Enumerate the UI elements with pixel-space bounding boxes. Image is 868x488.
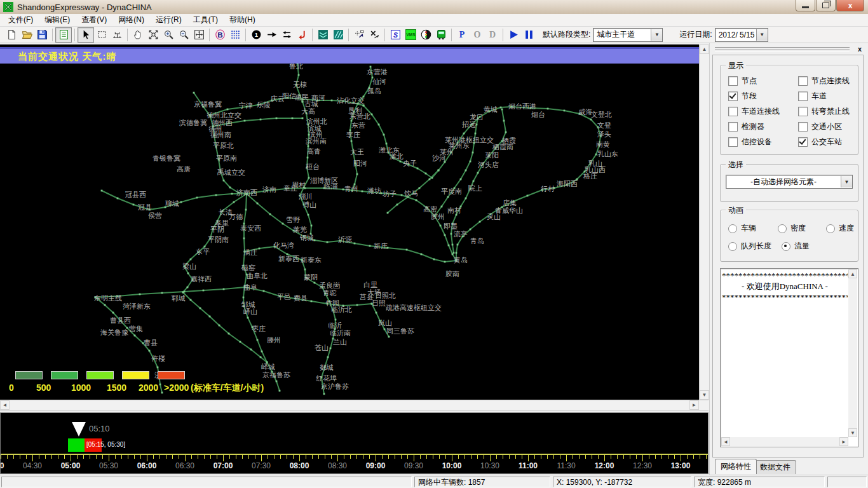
map-vertical-scrollbar[interactable]: ▲ ▼ <box>699 44 709 400</box>
road-node[interactable] <box>180 201 182 203</box>
road-node[interactable] <box>451 233 452 235</box>
road-node[interactable] <box>269 214 271 215</box>
road-node[interactable] <box>362 191 363 193</box>
road-node[interactable] <box>363 105 365 107</box>
road-node[interactable] <box>233 201 235 203</box>
road-node[interactable] <box>369 245 371 247</box>
road-node[interactable] <box>354 243 356 245</box>
animation-option-流量[interactable]: 流量 <box>782 241 810 252</box>
road-node[interactable] <box>302 118 304 119</box>
road-node[interactable] <box>203 290 205 292</box>
chevron-down-icon[interactable]: ▼ <box>651 29 662 41</box>
road-node[interactable] <box>547 108 549 110</box>
road-node[interactable] <box>370 66 372 68</box>
scale-ruler-button[interactable] <box>109 28 125 42</box>
road-node[interactable] <box>196 197 198 199</box>
close-button[interactable]: x <box>836 0 864 11</box>
arrow-swap-button[interactable] <box>279 28 294 42</box>
road-node[interactable] <box>204 246 206 248</box>
road-node[interactable] <box>335 319 337 321</box>
road-node[interactable] <box>465 198 467 200</box>
road-node[interactable] <box>465 170 467 172</box>
menu-item-6[interactable]: 帮助(H) <box>224 13 261 27</box>
display-option-车道连接线[interactable]: 车道连接线 <box>728 106 780 117</box>
road-node[interactable] <box>104 304 106 306</box>
road-node[interactable] <box>292 118 294 119</box>
display-option-检测器[interactable]: 检测器 <box>728 121 764 132</box>
road-node[interactable] <box>308 214 309 216</box>
road-node[interactable] <box>243 238 245 240</box>
road-node[interactable] <box>190 299 192 301</box>
road-link[interactable] <box>363 105 438 178</box>
road-node[interactable] <box>475 133 477 135</box>
road-node[interactable] <box>564 110 566 112</box>
radio-unselected[interactable] <box>826 224 835 233</box>
link-type-dropdown[interactable]: 城市主干道 ▼ <box>593 28 663 42</box>
checkbox-unchecked[interactable] <box>728 122 738 132</box>
road-node[interactable] <box>314 240 316 241</box>
message-vertical-scrollbar[interactable]: ▲ ▼ <box>848 269 857 437</box>
minimize-button[interactable] <box>796 0 815 11</box>
road-node[interactable] <box>463 133 465 135</box>
road-node[interactable] <box>112 312 114 314</box>
road-node[interactable] <box>323 393 325 395</box>
radio-unselected[interactable] <box>778 224 787 233</box>
road-node[interactable] <box>431 177 433 179</box>
road-link[interactable] <box>247 194 456 262</box>
road-node[interactable] <box>444 261 446 263</box>
road-node[interactable] <box>227 109 229 111</box>
road-node[interactable] <box>282 223 284 225</box>
scroll-down-icon[interactable]: ▼ <box>700 390 709 400</box>
road-node[interactable] <box>342 189 344 191</box>
road-node[interactable] <box>260 119 262 121</box>
road-node[interactable] <box>327 356 329 358</box>
road-node[interactable] <box>387 212 389 214</box>
road-node[interactable] <box>386 143 388 145</box>
menu-item-5[interactable]: 工具(T) <box>187 13 224 27</box>
road-node[interactable] <box>193 92 195 94</box>
open-folder-button[interactable] <box>19 28 34 42</box>
time-cursor-marker[interactable] <box>72 422 86 437</box>
road-node[interactable] <box>223 180 225 182</box>
vms-button[interactable]: VMS <box>403 28 418 42</box>
road-node[interactable] <box>500 107 502 109</box>
road-node[interactable] <box>470 229 471 231</box>
road-node[interactable] <box>223 288 225 290</box>
signal-s-button[interactable]: S <box>388 28 403 42</box>
road-node[interactable] <box>257 203 259 205</box>
road-node[interactable] <box>453 252 455 254</box>
road-node[interactable] <box>440 225 442 227</box>
road-node[interactable] <box>460 179 462 180</box>
checkbox-unchecked[interactable] <box>728 137 738 147</box>
road-node[interactable] <box>476 124 478 126</box>
road-node[interactable] <box>419 187 421 189</box>
road-node[interactable] <box>378 124 380 126</box>
animation-option-密度[interactable]: 密度 <box>778 223 806 234</box>
cursor-button[interactable] <box>78 27 94 43</box>
paint-b-button[interactable]: B <box>212 28 227 42</box>
road-node[interactable] <box>397 204 398 206</box>
display-option-节点[interactable]: 节点 <box>728 76 757 86</box>
animation-option-车辆[interactable]: 车辆 <box>728 223 756 234</box>
display-option-车道[interactable]: 车道 <box>798 91 827 102</box>
menu-item-1[interactable]: 编辑(E) <box>39 13 76 27</box>
road-network-map[interactable]: 鲁北无棣东营港仙河孤岛沾化立交庆云阳信惠民商河乐陵宁津京福鲁冀德州北立交滨德鲁冀… <box>0 44 699 400</box>
timeline-panel[interactable]: 05:10 [05:15, 05:30] 04:0004:3005:0005:3… <box>0 412 709 474</box>
road-node[interactable] <box>384 329 386 330</box>
road-node[interactable] <box>209 316 211 318</box>
zoom-in-button[interactable] <box>161 28 176 42</box>
road-node[interactable] <box>351 140 353 142</box>
checkbox-checked[interactable] <box>798 137 808 147</box>
road-node[interactable] <box>416 200 417 201</box>
checkbox-unchecked[interactable] <box>798 107 808 116</box>
fit-view-button[interactable] <box>191 28 207 42</box>
road-node[interactable] <box>304 269 306 271</box>
road-node[interactable] <box>134 335 136 337</box>
road-node[interactable] <box>421 254 423 255</box>
tab-数据文件[interactable]: 数据文件 <box>754 460 796 474</box>
checkbox-unchecked[interactable] <box>728 76 738 86</box>
scroll-up-icon[interactable]: ▲ <box>700 44 709 54</box>
road-node[interactable] <box>327 241 329 243</box>
road-node[interactable] <box>240 341 241 343</box>
road-node[interactable] <box>314 282 316 284</box>
